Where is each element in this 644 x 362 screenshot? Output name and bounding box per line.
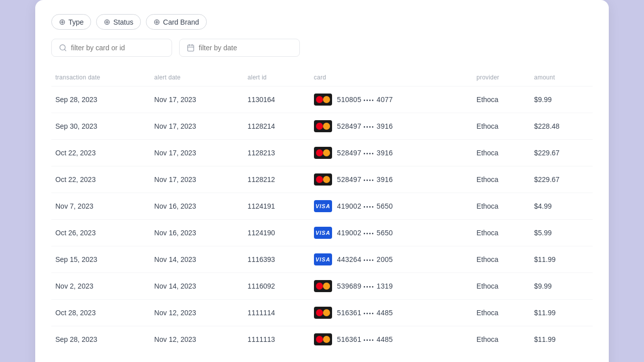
card-search-input[interactable] <box>71 44 165 52</box>
cell-alert-date: Nov 14, 2023 <box>150 273 244 300</box>
cell-alert-id: 1124190 <box>244 220 310 246</box>
filter-chip-card-brand[interactable]: ⊕ Card Brand <box>146 14 207 30</box>
calendar-icon <box>187 44 195 52</box>
card-number: 528497 •••• 3916 <box>337 149 393 157</box>
card-search-box <box>51 39 172 57</box>
visa-logo-icon: VISA <box>314 253 332 265</box>
cell-alert-date: Nov 12, 2023 <box>150 326 244 353</box>
mastercard-logo-icon <box>314 333 332 345</box>
col-header-provider: provider <box>472 69 530 86</box>
cell-card: 516361 •••• 4485 <box>310 326 472 353</box>
cell-transaction-date: Sep 28, 2023 <box>51 326 150 353</box>
mastercard-logo-icon <box>314 120 332 132</box>
card-number: 539689 •••• 1319 <box>337 282 393 290</box>
card-number: 528497 •••• 3916 <box>337 122 393 130</box>
svg-rect-2 <box>188 45 194 51</box>
cell-alert-date: Nov 12, 2023 <box>150 300 244 326</box>
cell-card: VISA419002 •••• 5650 <box>310 220 472 246</box>
cell-alert-date: Nov 16, 2023 <box>150 220 244 246</box>
cell-transaction-date: Oct 22, 2023 <box>51 166 150 193</box>
cell-provider: Ethoca <box>472 193 530 220</box>
table-header-row: transaction date alert date alert id car… <box>51 69 593 86</box>
cell-amount: $9.99 <box>530 86 593 113</box>
mastercard-logo-icon <box>314 280 332 292</box>
filter-chip-status[interactable]: ⊕ Status <box>96 14 141 30</box>
main-card: ⊕ Type ⊕ Status ⊕ Card Brand <box>35 0 609 362</box>
search-icon <box>59 44 67 52</box>
cell-transaction-date: Sep 30, 2023 <box>51 113 150 140</box>
cell-card: 528497 •••• 3916 <box>310 113 472 140</box>
svg-line-1 <box>64 49 66 51</box>
cell-card: 528497 •••• 3916 <box>310 140 472 166</box>
cell-amount: $5.99 <box>530 220 593 246</box>
cell-amount: $229.67 <box>530 140 593 166</box>
cell-provider: Ethoca <box>472 166 530 193</box>
cell-alert-id: 1128213 <box>244 140 310 166</box>
cell-amount: $9.99 <box>530 273 593 300</box>
cell-transaction-date: Nov 2, 2023 <box>51 273 150 300</box>
table-row: Oct 22, 2023Nov 17, 20231128213528497 ••… <box>51 140 593 166</box>
table-row: Sep 28, 2023Nov 17, 20231130164510805 ••… <box>51 86 593 113</box>
filter-chips-row: ⊕ Type ⊕ Status ⊕ Card Brand <box>51 14 593 30</box>
chip-label-type: Type <box>68 18 84 26</box>
cell-provider: Ethoca <box>472 220 530 246</box>
card-number: 443264 •••• 2005 <box>337 255 393 263</box>
cell-amount: $11.99 <box>530 300 593 326</box>
cell-amount: $229.67 <box>530 166 593 193</box>
cell-alert-id: 1111114 <box>244 300 310 326</box>
cell-card: 539689 •••• 1319 <box>310 273 472 300</box>
card-number: 419002 •••• 5650 <box>337 229 393 237</box>
cell-alert-date: Nov 17, 2023 <box>150 113 244 140</box>
cell-alert-id: 1130164 <box>244 86 310 113</box>
cell-card: VISA419002 •••• 5650 <box>310 193 472 220</box>
date-filter-box <box>179 39 300 57</box>
filter-chip-type[interactable]: ⊕ Type <box>51 14 91 30</box>
card-number: 528497 •••• 3916 <box>337 175 393 184</box>
cell-transaction-date: Sep 28, 2023 <box>51 86 150 113</box>
table-row: Oct 22, 2023Nov 17, 20231128212528497 ••… <box>51 166 593 193</box>
visa-logo-icon: VISA <box>314 227 332 239</box>
transactions-table: transaction date alert date alert id car… <box>51 69 593 352</box>
table-row: Oct 26, 2023Nov 16, 20231124190VISA41900… <box>51 220 593 246</box>
cell-transaction-date: Nov 7, 2023 <box>51 193 150 220</box>
plus-icon-status: ⊕ <box>104 17 110 27</box>
plus-icon-card-brand: ⊕ <box>153 17 160 27</box>
table-row: Sep 28, 2023Nov 12, 20231111113516361 ••… <box>51 326 593 353</box>
cell-provider: Ethoca <box>472 246 530 273</box>
card-number: 419002 •••• 5650 <box>337 202 393 210</box>
cell-transaction-date: Oct 28, 2023 <box>51 300 150 326</box>
col-header-transaction-date: transaction date <box>51 69 150 86</box>
mastercard-logo-icon <box>314 94 332 106</box>
card-number: 510805 •••• 4077 <box>337 96 393 104</box>
cell-provider: Ethoca <box>472 113 530 140</box>
table-row: Sep 30, 2023Nov 17, 20231128214528497 ••… <box>51 113 593 140</box>
cell-card: 510805 •••• 4077 <box>310 86 472 113</box>
col-header-alert-id: alert id <box>244 69 310 86</box>
table-row: Nov 7, 2023Nov 16, 20231124191VISA419002… <box>51 193 593 220</box>
card-number: 516361 •••• 4485 <box>337 309 393 317</box>
table-row: Oct 28, 2023Nov 12, 20231111114516361 ••… <box>51 300 593 326</box>
cell-amount: $11.99 <box>530 326 593 353</box>
cell-alert-id: 1124191 <box>244 193 310 220</box>
cell-card: VISA443264 •••• 2005 <box>310 246 472 273</box>
cell-provider: Ethoca <box>472 140 530 166</box>
cell-alert-date: Nov 17, 2023 <box>150 86 244 113</box>
cell-amount: $4.99 <box>530 193 593 220</box>
card-number: 516361 •••• 4485 <box>337 335 393 343</box>
cell-alert-date: Nov 17, 2023 <box>150 166 244 193</box>
cell-card: 528497 •••• 3916 <box>310 166 472 193</box>
date-search-input[interactable] <box>199 44 292 52</box>
visa-logo-icon: VISA <box>314 200 332 212</box>
cell-provider: Ethoca <box>472 86 530 113</box>
cell-transaction-date: Oct 22, 2023 <box>51 140 150 166</box>
cell-alert-id: 1128214 <box>244 113 310 140</box>
cell-alert-id: 1116393 <box>244 246 310 273</box>
cell-amount: $11.99 <box>530 246 593 273</box>
cell-alert-date: Nov 16, 2023 <box>150 193 244 220</box>
cell-provider: Ethoca <box>472 326 530 353</box>
cell-provider: Ethoca <box>472 273 530 300</box>
mastercard-logo-icon <box>314 147 332 159</box>
cell-alert-date: Nov 14, 2023 <box>150 246 244 273</box>
cell-provider: Ethoca <box>472 300 530 326</box>
col-header-card: card <box>310 69 472 86</box>
